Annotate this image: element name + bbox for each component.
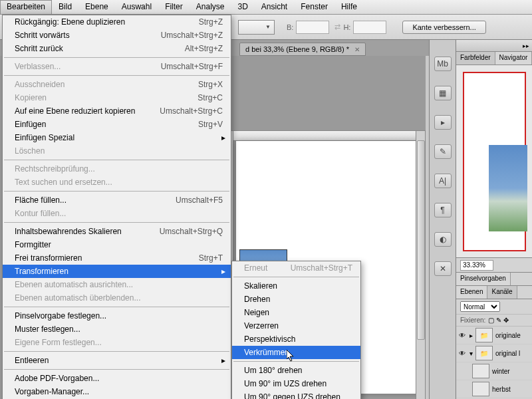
chevron-down-icon[interactable]: ▾ [469,350,473,357]
menu-item-label: Verblassen... [15,62,61,71]
info-icon[interactable]: ◐ [434,232,452,247]
tool-icon[interactable]: ✕ [434,261,452,276]
edit-menu-item[interactable]: Schritt zurückAlt+Strg+Z [3,42,231,55]
shortcut-label: Umschalt+Strg+C [160,106,223,116]
edit-menu-item[interactable]: Schritt vorwärtsUmschalt+Strg+Z [3,29,231,42]
menu-item-label: Kopieren [15,93,47,102]
layer-row[interactable]: herbst [456,380,532,398]
menu-3d[interactable]: 3D [231,0,255,14]
shortcut-label: Umschalt+F5 [176,196,223,205]
menu-filter[interactable]: Filter [158,0,190,14]
menu-item-label: Adobe PDF-Vorgaben... [15,374,99,383]
menu-bild[interactable]: Bild [52,0,78,14]
edit-menu-item[interactable]: Adobe PDF-Vorgaben... [3,372,231,385]
submenu-arrow-icon: ▸ [221,267,225,276]
height-label: H: [343,23,350,31]
scrollbar-vertical[interactable] [416,130,426,399]
tab-ebenen[interactable]: Ebenen [456,286,487,299]
separator [4,351,229,352]
link-icon[interactable]: ⇄ [334,23,340,31]
menu-item-label: Verkrümmen [244,348,289,357]
ruler-horizontal [233,130,426,141]
tab-pinselvorgaben[interactable]: Pinselvorgaben [456,273,511,285]
transform-item[interactable]: Perspektivisch [232,332,360,346]
document-tab[interactable]: d bei 33,3% (Ebene 9, RGB/8) * ✕ [239,43,366,56]
menu-item-label: Vorgaben-Manager... [15,387,89,396]
actions-icon[interactable]: ▸ [434,115,452,130]
close-icon[interactable]: ✕ [354,46,360,53]
chevron-right-icon[interactable]: ▸ [469,332,473,339]
edit-menu-item[interactable]: Fläche füllen...Umschalt+F5 [3,194,231,207]
transform-item[interactable]: Verzerren [232,319,360,332]
menu-item-label: Entleeren [15,356,49,365]
tab-farbfelder[interactable]: Farbfelder [456,52,495,65]
transform-item[interactable]: Skalieren [232,279,360,293]
shortcut-label: Strg+V [198,120,223,129]
panel-icon-mb[interactable]: Mb [434,57,452,71]
menu-bearbeiten[interactable]: Bearbeiten [0,0,52,14]
brush-tabs: Pinselvorgaben [456,273,532,286]
eye-icon[interactable]: 👁 [459,332,467,339]
character-icon[interactable]: A| [434,174,452,188]
layer-row[interactable]: winter [456,362,532,380]
zoom-row [456,258,532,273]
paragraph-icon[interactable]: ¶ [434,203,452,217]
menu-fenster[interactable]: Fenster [294,0,334,14]
edit-menu-item[interactable]: Formgitter [3,238,231,251]
edit-menu-item[interactable]: Muster festlegen... [3,323,231,336]
edit-menu-item[interactable]: Pinselvorgabe festlegen... [3,309,231,323]
histogram-icon[interactable]: ▦ [434,86,452,100]
separator [4,75,229,76]
refine-edge-button[interactable]: Kante verbessern... [402,21,485,34]
edit-menu-item[interactable]: Vorgaben-Manager... [3,385,231,398]
menu-item-label: Um 180° drehen [244,366,303,375]
folder-icon: 📁 [475,328,493,342]
edit-menu-item[interactable]: Frei transformierenStrg+T [3,251,231,265]
transform-item[interactable]: Verkrümmen [232,346,360,359]
transform-item[interactable]: Drehen [232,293,360,306]
zoom-input[interactable] [460,260,493,271]
edit-menu-item[interactable]: Inhaltsbewahrendes SkalierenUmschalt+Str… [3,225,231,238]
edit-menu-item[interactable]: Einfügen Spezial▸ [3,131,231,144]
lock-icons[interactable]: ▢ ✎ ✥ [488,317,509,324]
menu-ebene[interactable]: Ebene [78,0,115,14]
transform-item[interactable]: Um 90° gegen UZS drehen [232,390,360,399]
menu-item-label: Pinselvorgabe festlegen... [15,311,106,321]
menu-item-label: Eigene Form festlegen... [15,338,102,347]
edit-menu-item: KopierenStrg+C [3,91,231,104]
menu-ansicht[interactable]: Ansicht [255,0,294,14]
edit-menu-item[interactable]: Auf eine Ebene reduziert kopierenUmschal… [3,104,231,118]
menu-item-label: Um 90° gegen UZS drehen [244,392,340,399]
menu-analyse[interactable]: Analyse [190,0,231,14]
menu-hilfe[interactable]: Hilfe [334,0,364,14]
height-input[interactable] [353,21,386,34]
menu-item-label: Formgitter [15,240,51,249]
eye-icon[interactable]: 👁 [459,350,467,357]
folder-icon: 📁 [475,346,493,360]
edit-menu-item: Kontur füllen... [3,207,231,220]
lock-label: Fixieren: [460,317,485,324]
menu-auswahl[interactable]: Auswahl [115,0,158,14]
toolbar-dropdown[interactable] [238,20,275,35]
collapse-icon[interactable]: ▸▸ [523,43,529,49]
edit-menu-item[interactable]: Transformieren▸ [3,265,231,278]
transform-item[interactable]: Um 180° drehen [232,364,360,377]
edit-menu-item[interactable]: Rückgängig: Ebene duplizierenStrg+Z [3,15,231,29]
edit-menu-item: Ebenen automatisch ausrichten... [3,278,231,291]
scrollbar-thumb[interactable] [417,140,425,340]
blend-mode-select[interactable]: Normal [460,301,500,312]
edit-menu-item[interactable]: EinfügenStrg+V [3,118,231,131]
menu-item-label: Rückgängig: Ebene duplizieren [15,17,125,27]
transform-item[interactable]: Um 90° im UZS drehen [232,377,360,390]
tab-navigator[interactable]: Navigator [495,52,532,65]
transform-item[interactable]: Neigen [232,306,360,319]
edit-menu-item[interactable]: Entleeren▸ [3,354,231,367]
collapsed-panel-strip: Mb ▦ ▸ ✎ A| ¶ ◐ ✕ [429,40,456,399]
layer-row[interactable]: 👁 ▾ 📁 original l [456,344,532,362]
layer-row[interactable]: 👁 ▸ 📁 originale [456,327,532,344]
document-tab-label: d bei 33,3% (Ebene 9, RGB/8) * [245,45,349,53]
width-input[interactable] [296,21,329,34]
brush-icon[interactable]: ✎ [434,144,452,159]
navigator-preview[interactable] [456,65,532,258]
tab-kanaele[interactable]: Kanäle [487,286,517,299]
